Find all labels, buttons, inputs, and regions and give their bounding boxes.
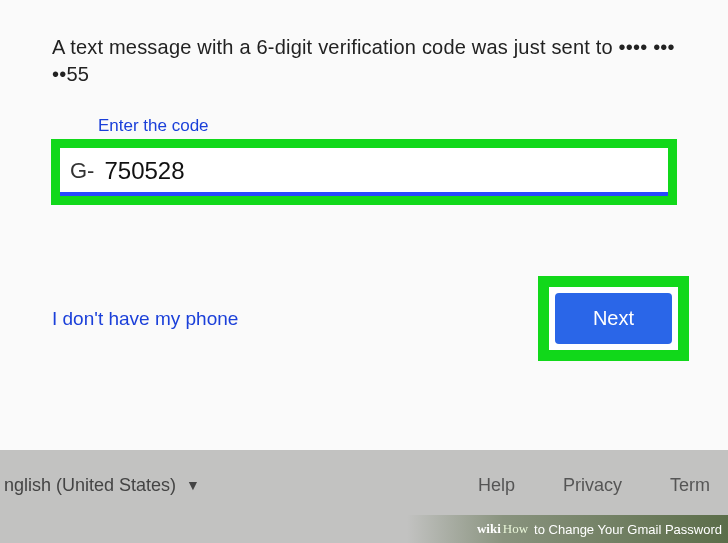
code-input-box[interactable]: G- bbox=[60, 148, 668, 196]
footer-links: Help Privacy Term bbox=[478, 475, 716, 496]
verification-card: A text message with a 6-digit verificati… bbox=[0, 0, 728, 450]
language-selector[interactable]: nglish (United States) ▼ bbox=[0, 475, 200, 496]
chevron-down-icon: ▼ bbox=[186, 477, 200, 493]
footer-link-terms[interactable]: Term bbox=[670, 475, 710, 496]
next-button-highlight: Next bbox=[539, 277, 688, 360]
footer-bar: nglish (United States) ▼ Help Privacy Te… bbox=[0, 455, 728, 515]
next-button[interactable]: Next bbox=[555, 293, 672, 344]
code-field-label: Enter the code bbox=[98, 116, 676, 136]
wikihow-watermark: wikiHow to Change Your Gmail Password bbox=[407, 515, 728, 543]
code-input-highlight: G- bbox=[52, 140, 676, 204]
watermark-title: to Change Your Gmail Password bbox=[534, 522, 722, 537]
footer-link-help[interactable]: Help bbox=[478, 475, 515, 496]
screenshot-stage: A text message with a 6-digit verificati… bbox=[0, 0, 728, 543]
action-row: I don't have my phone Next bbox=[52, 277, 688, 360]
code-input[interactable] bbox=[104, 154, 658, 188]
no-phone-link[interactable]: I don't have my phone bbox=[52, 308, 238, 330]
watermark-brand-b: How bbox=[503, 521, 528, 537]
footer-link-privacy[interactable]: Privacy bbox=[563, 475, 622, 496]
instruction-text: A text message with a 6-digit verificati… bbox=[52, 34, 676, 88]
code-prefix: G- bbox=[70, 158, 94, 184]
code-field-group: Enter the code G- bbox=[52, 116, 676, 204]
watermark-brand-a: wiki bbox=[477, 521, 501, 537]
next-button-frame: Next bbox=[549, 287, 678, 350]
language-label: nglish (United States) bbox=[4, 475, 176, 496]
